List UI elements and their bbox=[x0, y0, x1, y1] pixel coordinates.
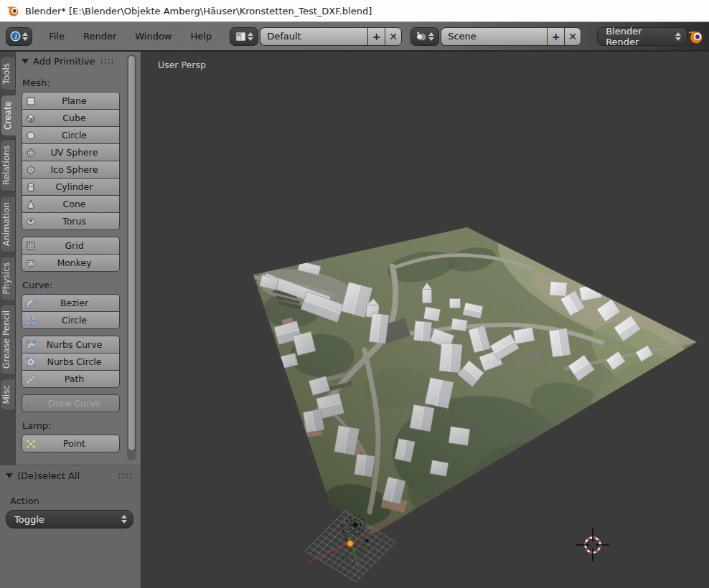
tool-button-cylinder[interactable]: Cylinder bbox=[22, 178, 120, 196]
tool-button-plane[interactable]: Plane bbox=[22, 92, 120, 110]
tab-physics[interactable]: Physics bbox=[1, 256, 16, 300]
tool-button-label: Cone bbox=[22, 199, 119, 209]
button-group: BezierCircle bbox=[22, 294, 120, 329]
add-primitive-panel-header[interactable]: Add Primitive bbox=[16, 52, 141, 70]
tool-button-point[interactable]: Point bbox=[22, 435, 120, 452]
cylinder-icon bbox=[25, 181, 37, 193]
nurbscircle-icon bbox=[25, 356, 37, 368]
tool-button-label: Point bbox=[22, 438, 119, 449]
tool-shelf-scrollbar[interactable] bbox=[127, 54, 136, 460]
operator-redo-panel: (De)select All Action Toggle bbox=[0, 465, 141, 588]
blender-logo-icon bbox=[6, 4, 19, 17]
tool-button-torus[interactable]: Torus bbox=[22, 212, 120, 230]
tool-button-label: Monkey bbox=[22, 257, 119, 268]
lamp-object-center[interactable] bbox=[353, 523, 358, 528]
action-dropdown-arrows bbox=[121, 515, 127, 523]
monkey-icon bbox=[25, 257, 37, 269]
redo-panel-title: (De)select All bbox=[17, 470, 80, 481]
button-group: PlaneCubeCircleUV SphereIco SphereCylind… bbox=[22, 92, 120, 230]
render-engine-dropdown[interactable]: Blender Render bbox=[597, 27, 687, 46]
screen-layout-name-field[interactable]: Default bbox=[260, 27, 367, 46]
window-titlebar: Blender* [E:\Blender\Objekte Amberg\Häus… bbox=[0, 0, 709, 22]
delete-scene-button[interactable]: ✕ bbox=[564, 27, 581, 46]
main-workspace: ToolsCreateRelationsAnimationPhysicsGrea… bbox=[0, 52, 709, 588]
tool-button-label: Nurbs Circle bbox=[22, 356, 119, 367]
tool-button-monkey[interactable]: Monkey bbox=[22, 254, 120, 272]
circle-icon bbox=[25, 130, 37, 141]
screen-layout-icon bbox=[235, 32, 246, 42]
render-engine-value: Blender Render bbox=[606, 26, 675, 47]
menu-render[interactable]: Render bbox=[74, 27, 126, 45]
menu-help[interactable]: Help bbox=[182, 27, 222, 45]
blender-splash-logo-icon[interactable] bbox=[687, 28, 703, 45]
cursor-3d[interactable] bbox=[576, 528, 609, 561]
curvecircle-icon bbox=[25, 315, 37, 326]
tab-relations[interactable]: Relations bbox=[1, 139, 16, 191]
editor-selector-arrows bbox=[22, 32, 28, 41]
scene-group: Scene + ✕ bbox=[410, 27, 581, 46]
menu-file[interactable]: File bbox=[39, 27, 74, 45]
small-object bbox=[365, 539, 368, 542]
tool-button-bezier[interactable]: Bezier bbox=[22, 294, 120, 312]
tab-misc[interactable]: Misc bbox=[1, 379, 16, 411]
tool-button-label: Nurbs Curve bbox=[22, 339, 119, 350]
add-screen-layout-button[interactable]: + bbox=[367, 27, 385, 46]
tab-tools[interactable]: Tools bbox=[1, 57, 16, 91]
path-icon bbox=[25, 374, 37, 385]
panel-grip-icon[interactable] bbox=[118, 473, 133, 479]
window-title: Blender* [E:\Blender\Objekte Amberg\Häus… bbox=[25, 6, 372, 16]
tool-button-cube[interactable]: Cube bbox=[22, 109, 120, 127]
editor-type-selector[interactable]: i bbox=[6, 27, 32, 46]
scene-name-field[interactable]: Scene bbox=[441, 27, 547, 46]
viewport-3d[interactable]: User Persp bbox=[141, 52, 709, 588]
screen-layout-browser[interactable] bbox=[230, 27, 258, 46]
scene-icon bbox=[415, 31, 427, 42]
add-scene-button[interactable]: + bbox=[547, 27, 564, 46]
icosphere-icon bbox=[25, 164, 37, 176]
tool-button-cone[interactable]: Cone bbox=[22, 195, 120, 213]
tool-button-circle[interactable]: Circle bbox=[22, 126, 120, 144]
tool-button-ico-sphere[interactable]: Ico Sphere bbox=[22, 161, 120, 179]
tool-shelf-region: ToolsCreateRelationsAnimationPhysicsGrea… bbox=[0, 52, 141, 588]
menu-window[interactable]: Window bbox=[126, 27, 181, 45]
object-origin-point[interactable] bbox=[347, 541, 354, 547]
tool-button-nurbs-circle[interactable]: Nurbs Circle bbox=[22, 353, 120, 371]
tool-button-label: Plane bbox=[22, 95, 119, 106]
panel-collapse-triangle-icon[interactable] bbox=[6, 473, 13, 478]
section-label-mesh: Mesh: bbox=[22, 77, 141, 88]
tool-button-label: Cylinder bbox=[22, 181, 119, 192]
tool-button-grid[interactable]: Grid bbox=[22, 237, 120, 255]
tool-button-label: Bezier bbox=[22, 298, 119, 308]
scene-browser[interactable] bbox=[410, 27, 439, 46]
tool-button-label: Circle bbox=[22, 130, 119, 141]
tool-button-draw-curve[interactable]: Draw Curve bbox=[22, 394, 120, 412]
screen-layout-group: Default + ✕ bbox=[230, 27, 402, 46]
viewport-view-label: User Persp bbox=[158, 60, 206, 70]
drawcurve-icon bbox=[25, 398, 37, 409]
panel-grip-icon[interactable] bbox=[100, 58, 116, 65]
cube-icon bbox=[25, 113, 37, 124]
tool-shelf-tabs: ToolsCreateRelationsAnimationPhysicsGrea… bbox=[0, 52, 16, 465]
scrollbar-thumb[interactable] bbox=[128, 55, 136, 451]
menu-bar: FileRenderWindowHelp bbox=[39, 27, 221, 45]
uvsphere-icon bbox=[25, 147, 37, 158]
torus-icon bbox=[25, 216, 37, 227]
tool-button-uv-sphere[interactable]: UV Sphere bbox=[22, 143, 120, 161]
screen-layout-arrows bbox=[248, 32, 253, 41]
info-header: i FileRenderWindowHelp Default + ✕ bbox=[0, 22, 709, 52]
tab-animation[interactable]: Animation bbox=[1, 196, 16, 252]
action-dropdown[interactable]: Toggle bbox=[6, 510, 133, 528]
panel-collapse-triangle-icon[interactable] bbox=[22, 59, 29, 64]
tab-create[interactable]: Create bbox=[1, 95, 17, 136]
viewport-scene[interactable] bbox=[141, 52, 709, 588]
tool-button-label: Circle bbox=[22, 315, 119, 326]
tool-button-nurbs-curve[interactable]: Nurbs Curve bbox=[22, 336, 120, 354]
tool-button-path[interactable]: Path bbox=[22, 370, 120, 388]
delete-screen-layout-button[interactable]: ✕ bbox=[385, 27, 402, 46]
tool-button-circle[interactable]: Circle bbox=[22, 311, 120, 329]
action-dropdown-value: Toggle bbox=[14, 514, 44, 525]
tab-grease-pencil[interactable]: Grease Pencil bbox=[1, 304, 16, 375]
plane-shading bbox=[253, 227, 697, 534]
action-label: Action bbox=[10, 495, 141, 506]
deselect-all-panel-header[interactable]: (De)select All bbox=[0, 465, 141, 484]
